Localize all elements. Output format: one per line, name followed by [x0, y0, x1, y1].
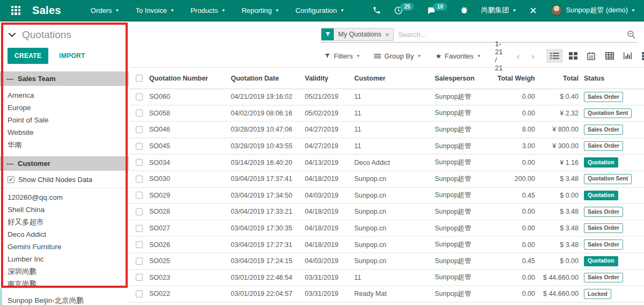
table-row[interactable]: SO058 04/02/2019 08:06:16 05/02/2019 11 …	[129, 106, 644, 122]
list-view-button[interactable]	[546, 49, 563, 63]
menu-item[interactable]: To Invoice ▼	[127, 0, 182, 21]
sidebar-item-customer[interactable]: Shell China	[0, 204, 129, 216]
table-row[interactable]: SO029 03/04/2019 17:34:50 04/03/2019 Sun…	[129, 188, 644, 205]
column-header[interactable]: Validity	[305, 75, 354, 82]
pivot-view-button[interactable]	[601, 49, 618, 63]
table-row[interactable]: SO060 04/21/2019 19:16:02 05/21/2019 11 …	[129, 89, 644, 106]
app-title[interactable]: Sales	[32, 4, 61, 17]
group-by-dropdown[interactable]: Group By ▼	[374, 52, 421, 60]
collapse-chevron-icon[interactable]	[9, 33, 16, 38]
row-checkbox[interactable]	[136, 176, 143, 183]
favorites-dropdown[interactable]: ★ Favorites ▼	[435, 52, 481, 60]
tools-icon[interactable]	[529, 6, 537, 14]
user-menu[interactable]: Sunpop超管 (demo) ▼	[566, 5, 635, 15]
column-header[interactable]: Quotation Date	[231, 75, 305, 82]
sidebar-item-team[interactable]: Point of Sale	[0, 114, 129, 126]
sidebar-item-customer[interactable]: 深圳尚鹏	[0, 265, 129, 278]
total-cell: $ 3.48	[535, 224, 579, 232]
menu-item-label: To Invoice	[135, 6, 167, 14]
pager-prev-icon[interactable]: ‹	[517, 52, 520, 61]
kanban-view-button[interactable]	[565, 49, 581, 63]
filters-dropdown[interactable]: Filters ▼	[324, 52, 360, 60]
column-header[interactable]: Quotation Number	[147, 75, 231, 82]
grid-view-button[interactable]	[638, 49, 644, 63]
select-all-checkbox[interactable]	[136, 75, 143, 82]
company-switcher[interactable]: 尚鹏集团 ▼	[481, 5, 517, 15]
table-row[interactable]: SO027 03/04/2019 17:30:35 04/18/2019 Sun…	[129, 221, 644, 237]
row-checkbox[interactable]	[136, 208, 143, 215]
row-checkbox[interactable]	[136, 241, 143, 248]
menu-item[interactable]: Configuration ▼	[287, 0, 352, 21]
quotation-date-cell: 03/28/2019 10:47:06	[231, 126, 305, 133]
sidebar-item-customer[interactable]: 好又多超市	[0, 216, 129, 228]
row-checkbox[interactable]	[136, 225, 143, 232]
sidebar-item-customer[interactable]: Deco Addict	[0, 228, 129, 241]
row-checkbox[interactable]	[136, 159, 143, 166]
row-checkbox[interactable]	[136, 110, 143, 117]
menu-item-label: Orders	[91, 6, 112, 14]
total-weight-cell: 0.00	[497, 274, 535, 281]
table-row[interactable]: SO045 03/28/2019 10:43:55 04/27/2019 11 …	[129, 139, 644, 155]
import-button[interactable]: IMPORT	[59, 52, 85, 60]
graph-view-button[interactable]	[619, 49, 636, 63]
user-avatar[interactable]	[551, 5, 562, 16]
create-button[interactable]: CREATE	[8, 48, 48, 64]
sidebar-item-team[interactable]: Europe	[0, 101, 129, 114]
menu-item[interactable]: Orders ▼	[83, 0, 128, 21]
facet-remove-icon[interactable]: ×	[385, 31, 390, 39]
menu-item[interactable]: Products ▼	[182, 0, 233, 21]
show-child-checkbox[interactable]: ✓	[8, 176, 14, 183]
search-input[interactable]	[394, 31, 626, 39]
sidebar-item-customer[interactable]: Sunpop Beijin-北京尚鹏	[0, 294, 129, 305]
status-badge: Sales Order	[584, 141, 623, 151]
sidebar-item-customer[interactable]: Gemini Furniture	[0, 241, 129, 253]
column-header[interactable]: Total Weight	[497, 75, 535, 82]
sidebar-item-team[interactable]: Website	[0, 126, 129, 139]
row-checkbox[interactable]	[136, 93, 143, 100]
table-row[interactable]: SO025 03/04/2019 17:24:15 04/03/2019 Sun…	[129, 253, 644, 270]
row-checkbox[interactable]	[136, 143, 143, 150]
column-header[interactable]: Customer	[354, 75, 435, 82]
table-row[interactable]: SO034 03/14/2019 16:40:20 04/13/2019 Dec…	[129, 155, 644, 171]
phone-icon[interactable]	[372, 6, 381, 14]
sidebar-title: Quotations	[22, 29, 71, 41]
row-checkbox[interactable]	[136, 192, 143, 199]
table-row[interactable]: SO046 03/28/2019 10:47:06 04/27/2019 11 …	[129, 122, 644, 139]
sidebar-item-customer[interactable]: Lumber Inc	[0, 253, 129, 265]
customer-section-header[interactable]: — Customer	[0, 156, 129, 171]
row-checkbox[interactable]	[136, 274, 143, 281]
apps-menu-icon[interactable]	[11, 6, 20, 15]
sidebar-item-customer[interactable]: 120260@qq.com	[0, 191, 129, 204]
messages-icon[interactable]: 10	[427, 6, 447, 15]
table-row[interactable]: SO026 03/04/2019 17:27:31 04/18/2019 Sun…	[129, 237, 644, 253]
debug-bug-icon[interactable]	[460, 6, 469, 14]
status-badge: Sales Order	[584, 125, 623, 135]
pager-next-icon[interactable]: ›	[531, 52, 535, 61]
activities-icon[interactable]: 25	[394, 6, 414, 15]
sidebar-item-team[interactable]: America	[0, 89, 129, 101]
table-row[interactable]: SO022 03/01/2019 22:04:57 03/31/2019 Rea…	[129, 286, 644, 303]
quotation-number-cell: SO058	[147, 110, 231, 117]
column-header[interactable]: Total	[535, 75, 579, 82]
sidebar-item-customer[interactable]: 南京尚鹏	[0, 278, 129, 290]
column-header[interactable]: Salesperson	[435, 75, 497, 82]
sidebar-item-team[interactable]: 华南	[0, 139, 129, 151]
main-menus: Orders ▼ To Invoice ▼ Products ▼ Reporti…	[83, 0, 353, 21]
show-child-nodes-row[interactable]: ✓ Show Child Nodes Data	[0, 171, 129, 188]
total-weight-cell: 0.00	[497, 159, 535, 166]
sales-team-section-header[interactable]: — Sales Team	[0, 71, 129, 86]
row-checkbox[interactable]	[136, 291, 143, 297]
row-checkbox[interactable]	[136, 126, 143, 133]
menu-item[interactable]: Reporting ▼	[233, 0, 287, 21]
group-by-label: Group By	[384, 52, 414, 60]
column-header[interactable]: Status	[579, 75, 644, 82]
group-by-icon	[374, 53, 381, 59]
table-row[interactable]: SO028 03/04/2019 17:33:21 04/18/2019 Sun…	[129, 204, 644, 221]
search-magnifier-icon[interactable]	[626, 30, 636, 40]
table-row[interactable]: SO023 03/01/2019 22:46:54 03/31/2019 11 …	[129, 270, 644, 287]
table-row[interactable]: SO030 03/04/2019 17:37:41 04/18/2019 Sun…	[129, 171, 644, 188]
row-checkbox[interactable]	[136, 258, 143, 265]
validity-cell: 04/18/2019	[305, 208, 354, 215]
quotation-date-cell: 03/04/2019 17:33:21	[231, 208, 305, 215]
calendar-view-button[interactable]	[583, 49, 599, 63]
